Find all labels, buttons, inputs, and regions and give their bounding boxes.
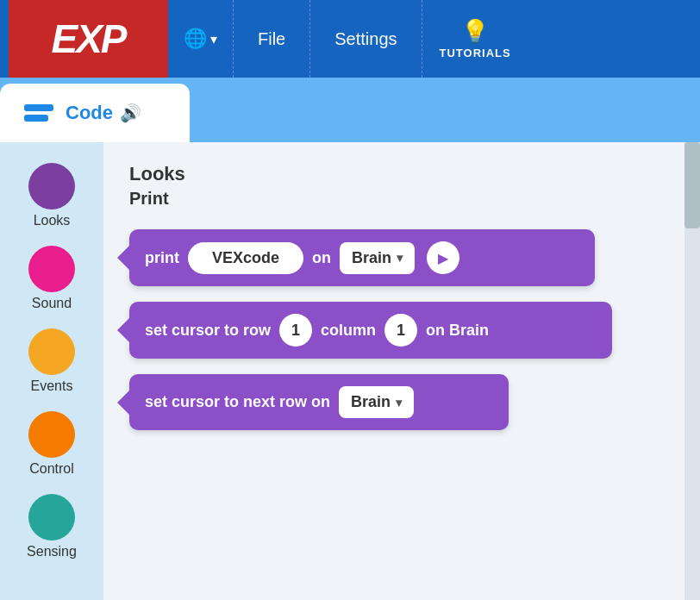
tab-icon [24, 104, 53, 122]
code-tab[interactable]: Code 🔊 [0, 84, 190, 142]
set-cursor-next-block[interactable]: set cursor to next row on Brain ▾ [129, 374, 509, 430]
sidebar: Looks Sound Events Control Sensing [0, 142, 103, 600]
events-circle [28, 328, 75, 375]
tutorials-label: TUTORIALS [440, 47, 511, 59]
logo-text: EXP [51, 16, 125, 62]
print-label: print [145, 249, 179, 267]
sidebar-label-events: Events [31, 378, 73, 394]
on-brain-label: on Brain [426, 322, 489, 340]
tab-icon-line2 [24, 115, 48, 122]
brain-dropdown-2[interactable]: Brain ▾ [339, 386, 414, 418]
looks-circle [28, 163, 75, 209]
row-input[interactable]: 1 [279, 314, 312, 347]
column-label: column [321, 322, 376, 340]
col-input[interactable]: 1 [384, 314, 417, 347]
section-title: Looks [129, 163, 683, 185]
dropdown-arrow-2: ▾ [396, 396, 402, 409]
nav-items: 🌐 ▾ File Settings 💡 TUTORIALS [168, 0, 691, 78]
sidebar-item-sensing[interactable]: Sensing [9, 489, 95, 565]
tab-label: Code 🔊 [66, 102, 141, 124]
bulb-icon: 💡 [461, 18, 489, 45]
sound-circle [28, 246, 75, 292]
main-area: Looks Sound Events Control Sensing Looks… [0, 142, 700, 600]
sidebar-item-events[interactable]: Events [9, 323, 95, 399]
scrollbar-track[interactable] [684, 142, 700, 600]
globe-menu[interactable]: 🌐 ▾ [168, 0, 234, 78]
sensing-circle [28, 494, 75, 541]
globe-icon: 🌐 [184, 28, 207, 50]
set-cursor-block[interactable]: set cursor to row 1 column 1 on Brain [129, 302, 612, 359]
tab-bar: Code 🔊 [0, 78, 700, 142]
set-cursor-next-label: set cursor to next row on [145, 393, 330, 411]
sidebar-item-sound[interactable]: Sound [9, 241, 95, 316]
section-subtitle: Print [129, 189, 683, 209]
settings-menu[interactable]: Settings [310, 0, 422, 78]
brain-dropdown-1[interactable]: Brain ▾ [340, 242, 415, 274]
logo-area: EXP [9, 0, 168, 78]
set-cursor-label: set cursor to row [145, 322, 271, 340]
sidebar-label-control: Control [29, 461, 74, 477]
run-button[interactable] [427, 241, 459, 274]
print-on-label: on [312, 249, 331, 267]
navbar: EXP 🌐 ▾ File Settings 💡 TUTORIALS [0, 0, 700, 78]
tab-icon-line1 [24, 104, 53, 111]
sidebar-label-sensing: Sensing [27, 544, 77, 559]
sidebar-item-looks[interactable]: Looks [9, 158, 95, 234]
tutorials-button[interactable]: 💡 TUTORIALS [422, 0, 528, 78]
print-input[interactable]: VEXcode [188, 242, 303, 274]
blocks-panel: Looks Print print VEXcode on Brain ▾ set… [103, 142, 700, 600]
file-menu[interactable]: File [234, 0, 310, 78]
speaker-icon: 🔊 [120, 103, 141, 123]
dropdown-arrow-1: ▾ [397, 251, 403, 265]
globe-chevron: ▾ [210, 31, 217, 47]
control-circle [28, 411, 75, 458]
scrollbar-thumb[interactable] [684, 142, 700, 228]
sidebar-label-sound: Sound [32, 296, 72, 311]
sidebar-label-looks: Looks [34, 213, 71, 228]
sidebar-item-control[interactable]: Control [9, 406, 95, 482]
print-block[interactable]: print VEXcode on Brain ▾ [129, 229, 595, 286]
